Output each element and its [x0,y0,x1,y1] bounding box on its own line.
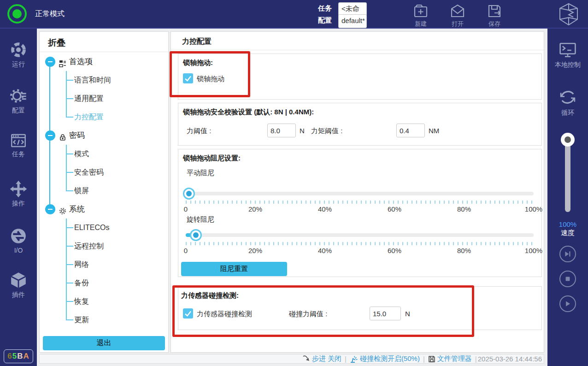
settings-nav-panel: 折叠 首选项 语言和时间 通用配置 力控配置 密码 模式 安全密码 [39,31,169,353]
step-forward-button[interactable] [559,246,576,262]
scale-label: 80% [457,205,471,213]
rotation-damping-label: 旋转阻尼 [187,215,214,224]
tree-item-language-time[interactable]: 语言和时间 [40,73,168,87]
tree-connector [66,246,73,247]
tree-connector [66,301,73,302]
sidebar-item-plugin[interactable]: 插件 [0,271,37,299]
open-icon [449,3,466,19]
tree-connector [66,283,73,283]
tree-item-network[interactable]: 网络 [40,258,168,272]
slider-ticks [186,201,534,204]
stop-icon [563,274,572,283]
separator: | [423,355,425,363]
tree-item-elitecos[interactable]: ELITECOs [40,221,168,235]
loop-arrows-icon [558,88,577,107]
step-status[interactable]: 步进 关闭 [302,354,341,363]
sidebar-item-run[interactable]: 运行 [0,41,37,69]
section-label: 锁轴拖动: [183,59,213,67]
tree-item-label: 锁屏 [74,184,89,198]
tree-item-force-control-config[interactable]: 力控配置 [40,110,168,124]
tree-connector [66,98,73,99]
torque-threshold-input[interactable] [396,124,425,137]
exit-button[interactable]: 退出 [43,336,165,350]
scale-label: 20% [248,247,262,254]
io-icon [9,227,28,245]
skip-icon [563,249,572,259]
scale-label: 20% [248,205,262,213]
collision-threshold-input[interactable] [370,307,401,320]
collision-status-label: 碰撞检测开启(50%) [360,354,420,363]
torque-unit: NM [429,127,439,135]
nav-panel-title[interactable]: 折叠 [48,37,65,49]
tree-node-label: 首选项 [69,55,93,69]
local-control-button[interactable]: 本地控制 [547,41,588,69]
config-label: 配置 [318,16,332,24]
save-button[interactable]: 保存 [480,3,509,28]
left-sidebar: 运行 配置 任务 操作 I/O [0,29,37,366]
file-manager[interactable]: 文件管理器 [428,354,472,363]
loop-button[interactable]: 循环 [547,88,588,117]
tree-node-system[interactable]: 系统 [40,202,168,216]
tree-item-label: 安全密码 [74,165,104,179]
tree-item-label: 语言和时间 [74,73,111,87]
force-threshold-label: 力阈值 : [187,127,211,136]
cube-icon [9,271,28,289]
sidebar-item-io[interactable]: I/O [0,227,37,254]
task-config-info: 任务<未命名> 配置default* [318,2,332,26]
sidebar-item-task[interactable]: 任务 [0,132,37,159]
status-bar: 步进 关闭 | 碰撞检测开启(50%) | 文件管理器 | 2025-03-26… [39,354,544,364]
page-title: 力控配置 [182,37,212,47]
tree-connector [66,80,73,81]
collapse-node-icon[interactable] [45,57,55,67]
new-button[interactable]: 新建 [406,3,435,28]
force-threshold-input[interactable] [267,124,296,137]
tree-item-mode[interactable]: 模式 [40,147,168,161]
lock-icon [59,132,66,146]
collision-threshold-label: 碰撞力阈值 : [289,310,327,319]
collision-status[interactable]: 碰撞检测开启(50%) [350,354,420,363]
lock-axis-checkbox[interactable] [183,73,193,83]
rotation-damping-slider[interactable] [186,229,534,241]
tree-item-remote-control[interactable]: 远程控制 [40,239,168,253]
stop-button[interactable] [559,271,576,287]
tree-item-general-config[interactable]: 通用配置 [40,92,168,106]
save-icon [486,3,503,19]
collapse-node-icon[interactable] [45,204,55,214]
sidebar-item-label: 操作 [0,200,37,208]
tree-item-backup[interactable]: 备份 [40,276,168,290]
tree-connector [66,172,73,173]
task-label: 任务 [318,4,332,12]
play-button[interactable] [559,295,576,312]
tree-item-safety-password[interactable]: 安全密码 [40,165,168,179]
scale-label: 100% [525,247,542,254]
tree-item-lock-screen[interactable]: 锁屏 [40,184,168,198]
speed-slider-handle[interactable] [561,133,575,147]
damping-reset-button[interactable]: 阻尼重置 [181,262,287,276]
system-gear-icon [59,206,66,219]
local-control-label: 本地控制 [547,61,588,69]
step-icon [302,355,310,363]
sidebar-item-jog[interactable]: 操作 [0,180,37,208]
slider-track[interactable] [186,233,534,237]
translation-damping-slider[interactable] [186,188,534,200]
right-sidebar: 本地控制 循环 100% 速度 [547,29,588,366]
collapse-node-icon[interactable] [45,130,55,141]
scale-label: 100% [525,205,542,213]
speed-slider-track[interactable] [565,138,570,212]
open-button[interactable]: 打开 [443,3,472,28]
tree-item-restore[interactable]: 恢复 [40,295,168,308]
tree-item-update[interactable]: 更新 [40,313,168,327]
slider-track[interactable] [186,192,534,195]
tree-connector [66,264,73,265]
tree-node-password[interactable]: 密码 [40,129,168,142]
new-button-label: 新建 [406,20,435,28]
scale-label: 40% [318,205,332,213]
sidebar-item-config[interactable]: 配置 [0,87,37,115]
terminal-icon [558,41,577,59]
slider-handle[interactable] [183,188,195,200]
tree-node-preferences[interactable]: 首选项 [40,55,168,69]
collision-detection-checkbox[interactable] [183,308,193,319]
checkbox-label: 锁轴拖动 [197,75,224,83]
slider-handle[interactable] [190,229,202,241]
speed-value: 100% [547,220,588,228]
